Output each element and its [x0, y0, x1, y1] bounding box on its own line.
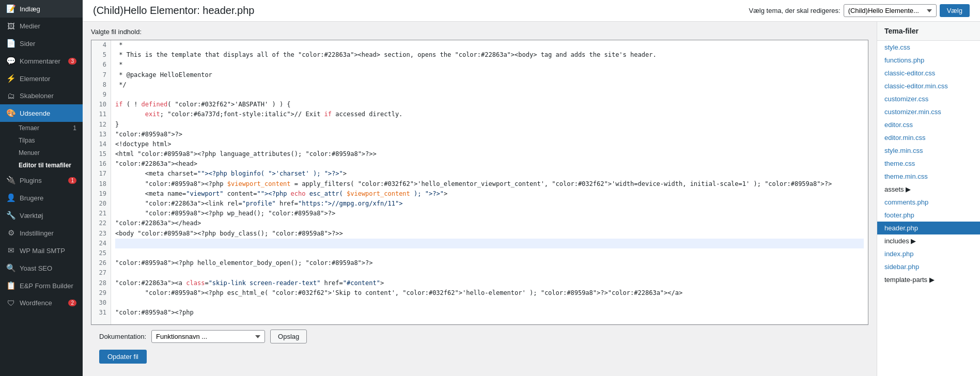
- file-tree-item-wrapper: comments.php: [877, 196, 980, 209]
- sidebar-item-wordfence[interactable]: 🛡 Wordfence 2: [0, 294, 83, 311]
- sidebar-item-medier[interactable]: 🖼 Medier: [0, 18, 83, 35]
- wordfence-icon: 🛡: [6, 299, 15, 307]
- sidebar-item-label: WP Mail SMTP: [20, 247, 65, 255]
- file-tree-item-classic-editor-css[interactable]: classic-editor.css: [877, 67, 980, 80]
- sidebar-item-indstillinger[interactable]: ⚙ Indstillinger: [0, 224, 83, 242]
- sidebar-item-yoast-seo[interactable]: 🔍 Yoast SEO: [0, 259, 83, 277]
- theme-select[interactable]: (Child)Hello Elemente...: [844, 4, 937, 17]
- plugins-badge: 1: [68, 177, 76, 184]
- file-tree-item-wrapper: theme.css: [877, 157, 980, 170]
- sidebar-item-label: Brugere: [20, 194, 43, 202]
- plugins-icon: 🔌: [6, 176, 15, 185]
- medier-icon: 🖼: [6, 22, 15, 30]
- sidebar-item-label: Udseende: [20, 109, 50, 117]
- kommentarer-icon: 💬: [6, 56, 15, 66]
- sidebar-sub-tilpas[interactable]: Tilpas: [0, 134, 83, 147]
- theme-selector-label: Vælg tema, der skal redigeres:: [749, 7, 841, 14]
- file-tree-item-wrapper: header.php: [877, 222, 980, 234]
- file-tree-item-comments-php[interactable]: comments.php: [877, 196, 980, 209]
- indlaeg-icon: 📝: [6, 4, 15, 13]
- file-tree-item-theme-css[interactable]: theme.css: [877, 157, 980, 170]
- sidebar-item-indlaeg[interactable]: 📝 Indlæg: [0, 0, 83, 18]
- sidebar-sub-editor[interactable]: Editor til temafiler: [0, 159, 83, 171]
- tilpas-label: Tilpas: [19, 137, 35, 144]
- sidebar-item-plugins[interactable]: 🔌 Plugins 1: [0, 171, 83, 189]
- sidebar-item-label: Indlæg: [20, 5, 40, 13]
- file-tree-item-theme-min-css[interactable]: theme.min.css: [877, 170, 980, 183]
- temaer-badge: 1: [73, 124, 76, 132]
- file-tree-item-wrapper: customizer.css: [877, 92, 980, 105]
- file-tree-item-editor-css[interactable]: editor.css: [877, 118, 980, 131]
- sidebar-sub-temaer[interactable]: Temaer 1: [0, 122, 83, 134]
- sider-icon: 📄: [6, 39, 15, 48]
- content-area: Valgte fil indhold: 45678910111213141516…: [83, 22, 980, 376]
- file-tree-item-style-min-css[interactable]: style.min.css: [877, 144, 980, 157]
- line-numbers: 4567891011121314151617181920212223242526…: [91, 40, 111, 324]
- file-tree-item-wrapper: includes ▶: [877, 234, 980, 247]
- file-tree-item-index-php[interactable]: index.php: [877, 247, 980, 260]
- sidebar-item-label: Medier: [20, 22, 40, 30]
- topbar: (Child)Hello Elementor: header.php Vælg …: [83, 0, 980, 22]
- func-select[interactable]: Funktionsnavn ...: [151, 330, 265, 343]
- sidebar-item-elementor[interactable]: ⚡ Elementor: [0, 70, 83, 87]
- sidebar-item-label: Wordfence: [20, 299, 52, 307]
- file-tree-item-wrapper: editor.css: [877, 118, 980, 131]
- file-tree-item-customizer-css[interactable]: customizer.css: [877, 92, 980, 105]
- sidebar-item-label: Sider: [20, 40, 35, 48]
- sidebar-item-kommentarer[interactable]: 💬 Kommentarer 3: [0, 52, 83, 70]
- sidebar-item-label: Yoast SEO: [20, 264, 52, 272]
- theme-selector: Vælg tema, der skal redigeres: (Child)He…: [749, 4, 970, 17]
- file-tree-item-wrapper: theme.min.css: [877, 170, 980, 183]
- code-content[interactable]: * * This is the template that displays a…: [111, 40, 868, 324]
- opslag-button[interactable]: Opslag: [270, 330, 307, 343]
- yoast-seo-icon: 🔍: [6, 263, 15, 273]
- vælg-button[interactable]: Vælg: [940, 4, 970, 17]
- sidebar-item-vaerktoj[interactable]: 🔧 Værktøj: [0, 207, 83, 224]
- file-tree-item-wrapper: sidebar.php: [877, 260, 980, 273]
- file-tree-item-style-css[interactable]: style.css: [877, 41, 980, 54]
- file-tree-item-functions-php[interactable]: functions.php: [877, 54, 980, 67]
- sidebar-sub-menuer[interactable]: Menuer: [0, 147, 83, 159]
- file-tree-item-wrapper: customizer.min.css: [877, 105, 980, 118]
- sidebar-item-eap-form-builder[interactable]: 📋 E&P Form Builder: [0, 277, 83, 294]
- sidebar-item-brugere[interactable]: 👤 Brugere: [0, 189, 83, 207]
- file-tree-item-classic-editor-min-css[interactable]: classic-editor.min.css: [877, 80, 980, 92]
- file-tree-item-wrapper: assets ▶: [877, 183, 980, 196]
- file-tree-item-sidebar-php[interactable]: sidebar.php: [877, 260, 980, 273]
- file-tree-item-header-php[interactable]: header.php: [877, 222, 980, 234]
- file-tree-item-template-parts[interactable]: template-parts ▶: [877, 273, 980, 286]
- elementor-icon: ⚡: [6, 74, 15, 83]
- update-file-button[interactable]: Opdater fil: [99, 350, 147, 364]
- file-tree-item-customizer-min-css[interactable]: customizer.min.css: [877, 105, 980, 118]
- sidebar-item-skabeloner[interactable]: 🗂 Skabeloner: [0, 87, 83, 104]
- code-editor[interactable]: 4567891011121314151617181920212223242526…: [91, 40, 868, 325]
- eap-form-builder-icon: 📋: [6, 281, 15, 290]
- sidebar-item-sider[interactable]: 📄 Sider: [0, 35, 83, 52]
- brugere-icon: 👤: [6, 193, 15, 202]
- file-tree-item-wrapper: template-parts ▶: [877, 273, 980, 286]
- file-tree: Tema-filer style.cssfunctions.phpclassic…: [877, 22, 980, 376]
- indstillinger-icon: ⚙: [6, 228, 15, 238]
- file-tree-item-wrapper: style.css: [877, 41, 980, 54]
- sidebar-item-label: E&P Form Builder: [20, 282, 73, 290]
- sidebar-item-udseende[interactable]: 🎨 Udseende: [0, 104, 83, 122]
- sidebar-item-wp-mail-smtp[interactable]: ✉ WP Mail SMTP: [0, 242, 83, 259]
- sidebar: 📝 Indlæg 🖼 Medier 📄 Sider 💬 Kommentarer …: [0, 0, 83, 376]
- file-tree-item-assets[interactable]: assets ▶: [877, 183, 980, 196]
- file-tree-item-wrapper: index.php: [877, 247, 980, 260]
- file-tree-item-includes[interactable]: includes ▶: [877, 234, 980, 247]
- editor-label: Editor til temafiler: [19, 162, 71, 169]
- file-tree-body: style.cssfunctions.phpclassic-editor.css…: [877, 41, 980, 376]
- temaer-label: Temaer: [19, 124, 39, 132]
- page-title: (Child)Hello Elementor: header.php: [93, 5, 254, 17]
- file-tree-item-wrapper: footer.php: [877, 209, 980, 222]
- bottom-actions: Opdater fil: [91, 348, 868, 370]
- file-tree-item-footer-php[interactable]: footer.php: [877, 209, 980, 222]
- main-content: (Child)Hello Elementor: header.php Vælg …: [83, 0, 980, 376]
- file-tree-header: Tema-filer: [877, 22, 980, 41]
- file-tree-item-wrapper: functions.php: [877, 54, 980, 67]
- sidebar-item-label: Kommentarer: [20, 57, 60, 65]
- file-tree-item-editor-min-css[interactable]: editor.min.css: [877, 131, 980, 144]
- sidebar-item-label: Indstillinger: [20, 229, 54, 237]
- file-tree-item-wrapper: editor.min.css: [877, 131, 980, 144]
